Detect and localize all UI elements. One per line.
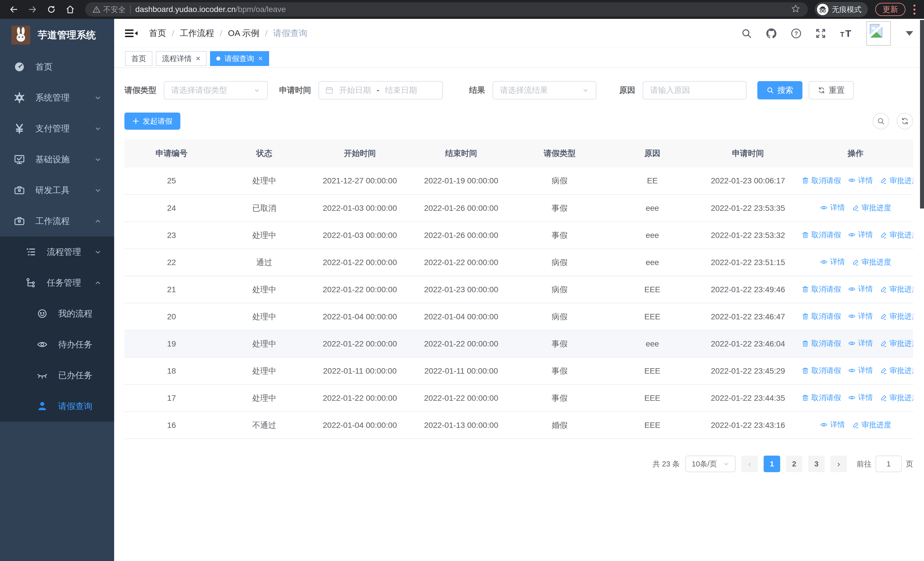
cell-leave-type: 病假 [513, 276, 607, 303]
update-button[interactable]: 更新 [875, 3, 906, 16]
search-button[interactable]: 搜索 [758, 81, 802, 99]
action-detail-link[interactable]: 详情 [820, 257, 845, 267]
tab-leave-query[interactable]: 请假查询 × [210, 51, 269, 66]
reload-icon[interactable] [44, 2, 59, 17]
tab-home[interactable]: 首页 [125, 51, 152, 66]
edit-icon [880, 367, 887, 375]
avatar[interactable] [866, 21, 891, 46]
action-progress-link[interactable]: 审批进度 [880, 284, 913, 294]
goto-page-input[interactable] [876, 456, 902, 472]
action-detail-link[interactable]: 详情 [848, 311, 873, 321]
action-progress-link[interactable]: 审批进度 [880, 365, 913, 376]
action-cancel-leave-link[interactable]: 取消请假 [802, 365, 841, 376]
cell-id: 24 [124, 194, 219, 222]
close-icon[interactable]: × [196, 54, 200, 63]
forward-icon[interactable] [24, 2, 40, 17]
next-page-button[interactable]: › [830, 456, 847, 472]
vertical-scrollbar-thumb[interactable] [920, 20, 924, 209]
sidebar-item-label: 基础设施 [35, 154, 94, 165]
action-cancel-leave-link[interactable]: 取消请假 [802, 393, 841, 403]
action-detail-link[interactable]: 详情 [848, 284, 873, 294]
cell-start-time: 2022-01-11 00:00:00 [310, 357, 410, 385]
prev-page-button[interactable]: ‹ [741, 456, 758, 472]
eye-icon [820, 258, 828, 266]
cell-start-time: 2022-01-22 00:00:00 [310, 330, 410, 357]
cell-leave-type: 病假 [513, 167, 607, 194]
sidebar-item-done-tasks[interactable]: 已办任务 [0, 360, 114, 391]
table-row: 22通过2022-01-22 00:00:002022-01-22 00:00:… [124, 249, 913, 276]
action-cancel-leave-link[interactable]: 取消请假 [802, 230, 841, 240]
action-detail-link[interactable]: 详情 [848, 338, 873, 348]
result-select[interactable]: 请选择流结果 [492, 81, 596, 99]
close-icon[interactable]: × [258, 54, 262, 63]
leave-type-select[interactable]: 请选择请假类型 [164, 81, 268, 99]
cell-start-time: 2022-01-04 00:00:00 [310, 412, 410, 439]
sidebar-item-payment[interactable]: 支付管理 [0, 113, 114, 144]
sidebar-item-label: 流程管理 [47, 246, 94, 258]
sidebar-item-home[interactable]: 首页 [0, 51, 114, 82]
cell-leave-type: 婚假 [513, 412, 607, 439]
refresh-table-button[interactable] [897, 113, 913, 129]
sidebar-item-label: 请假查询 [58, 400, 114, 412]
hamburger-icon[interactable] [125, 28, 138, 39]
page-button-3[interactable]: 3 [808, 456, 825, 472]
sidebar-item-workflow[interactable]: 工作流程 [0, 206, 114, 236]
breadcrumb-item[interactable]: 工作流程 [180, 27, 214, 39]
action-progress-link[interactable]: 审批进度 [880, 311, 913, 321]
sidebar-item-system[interactable]: 系统管理 [0, 82, 114, 113]
cell-apply-time: 2022-01-22 23:53:35 [698, 194, 798, 222]
page-size-select[interactable]: 10条/页 [686, 456, 736, 472]
action-detail-link[interactable]: 详情 [848, 175, 873, 185]
tab-process-detail[interactable]: 流程详情 × [156, 51, 207, 66]
action-detail-link[interactable]: 详情 [820, 203, 845, 212]
action-progress-link[interactable]: 审批进度 [852, 203, 891, 213]
font-size-icon[interactable]: TT [840, 28, 853, 39]
action-progress-link[interactable]: 审批进度 [852, 420, 891, 430]
cell-actions: 取消请假详情审批进度 [798, 303, 913, 330]
sidebar-item-leave-query[interactable]: 请假查询 [0, 391, 114, 422]
sidebar-item-infra[interactable]: 基础设施 [0, 144, 114, 175]
page-button-1[interactable]: 1 [764, 456, 780, 472]
action-cancel-leave-link[interactable]: 取消请假 [802, 311, 841, 321]
address-bar[interactable]: 不安全 dashboard.yudao.iocoder.cn/bpm/oa/le… [85, 2, 808, 17]
sidebar-item-task-mgmt[interactable]: 任务管理 [0, 267, 114, 298]
action-label: 取消请假 [811, 230, 841, 240]
breadcrumb-item[interactable]: OA 示例 [228, 27, 260, 39]
github-icon[interactable] [765, 27, 777, 39]
action-progress-link[interactable]: 审批进度 [880, 393, 913, 403]
action-cancel-leave-link[interactable]: 取消请假 [802, 284, 841, 294]
home-icon[interactable] [62, 2, 78, 17]
action-detail-link[interactable]: 详情 [848, 365, 873, 375]
apply-time-range-picker[interactable]: 开始日期 - 结束日期 [318, 81, 443, 99]
action-progress-link[interactable]: 审批进度 [880, 230, 913, 240]
sidebar-item-devtools[interactable]: 研发工具 [0, 175, 114, 206]
action-progress-link[interactable]: 审批进度 [880, 338, 913, 349]
page-button-2[interactable]: 2 [786, 456, 802, 472]
action-progress-link[interactable]: 审批进度 [852, 257, 891, 267]
action-cancel-leave-link[interactable]: 取消请假 [802, 176, 841, 186]
toggle-search-button[interactable] [873, 113, 889, 129]
chevron-down-icon[interactable] [906, 31, 913, 36]
sidebar-item-my-process[interactable]: 我的流程 [0, 298, 114, 329]
edit-icon [880, 340, 887, 347]
cell-end-time: 2022-01-04 00:00:00 [410, 303, 513, 330]
action-progress-link[interactable]: 审批进度 [880, 176, 913, 186]
help-icon[interactable]: ? [790, 28, 802, 39]
security-warning[interactable]: 不安全 [93, 5, 126, 15]
browser-menu-icon[interactable] [914, 5, 915, 15]
back-icon[interactable] [6, 2, 22, 17]
reset-button[interactable]: 重置 [809, 81, 854, 99]
search-icon[interactable] [741, 28, 752, 39]
action-detail-link[interactable]: 详情 [848, 230, 873, 240]
bookmark-star-icon[interactable] [791, 4, 801, 15]
action-detail-link[interactable]: 详情 [848, 393, 873, 403]
create-leave-button[interactable]: 发起请假 [124, 113, 180, 130]
sidebar-item-process-mgmt[interactable]: 流程管理 [0, 236, 114, 267]
fullscreen-icon[interactable] [815, 28, 826, 39]
breadcrumb-item[interactable]: 首页 [149, 27, 166, 39]
action-detail-link[interactable]: 详情 [820, 420, 845, 430]
reason-input[interactable] [644, 82, 746, 99]
sidebar-item-todo-tasks[interactable]: 待办任务 [0, 329, 114, 360]
action-cancel-leave-link[interactable]: 取消请假 [802, 338, 841, 349]
url-text: dashboard.yudao.iocoder.cn/bpm/oa/leave [135, 5, 286, 14]
